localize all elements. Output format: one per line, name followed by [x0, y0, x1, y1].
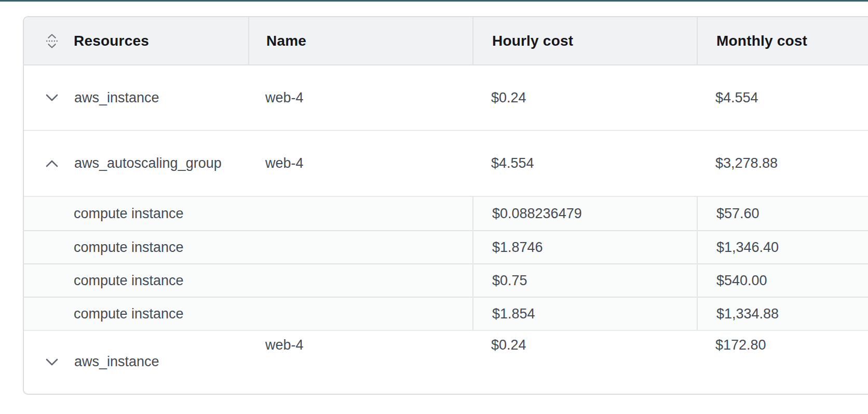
hourly-cost-cell: $4.554	[472, 131, 697, 196]
hourly-cost-value: $0.75	[492, 273, 527, 289]
column-header-hourly-cost[interactable]: Hourly cost	[472, 17, 697, 64]
monthly-cost-value: $540.00	[716, 273, 767, 289]
hourly-cost-value: $1.854	[492, 306, 535, 322]
hourly-cost-value: $0.24	[491, 337, 526, 353]
page: Resources Name Hourly cost Monthly cost …	[0, 0, 868, 414]
monthly-cost-cell: $540.00	[697, 264, 868, 297]
monthly-cost-cell: $4.554	[697, 65, 868, 130]
name-cell: web-4	[248, 331, 472, 393]
resource-type-label: aws_instance	[74, 354, 159, 370]
column-header-name[interactable]: Name	[248, 17, 472, 64]
column-header-monthly-cost[interactable]: Monthly cost	[697, 17, 868, 64]
column-label-monthly-cost: Monthly cost	[716, 33, 807, 49]
monthly-cost-value: $1,346.40	[716, 239, 779, 256]
hourly-cost-cell: $0.24	[472, 331, 697, 393]
monthly-cost-cell: $57.60	[697, 197, 868, 230]
monthly-cost-cell: $1,346.40	[697, 231, 868, 263]
drag-sort-vertical-icon[interactable]	[46, 35, 58, 47]
monthly-cost-cell: $3,278.88	[697, 131, 868, 196]
cost-table-card: Resources Name Hourly cost Monthly cost …	[23, 16, 868, 395]
monthly-cost-value: $4.554	[715, 90, 758, 106]
cost-component-label: compute instance	[74, 273, 184, 289]
cost-component-label-cell: compute instance	[24, 231, 472, 263]
cost-component-row: compute instance $0.088236479 $57.60	[24, 197, 868, 230]
table-row[interactable]: aws_instance web-4 $0.24 $172.80	[24, 330, 868, 393]
cost-component-label-cell: compute instance	[24, 298, 472, 330]
name-cell: web-4	[248, 65, 472, 130]
cost-component-row: compute instance $1.854 $1,334.88	[24, 297, 868, 330]
monthly-cost-cell: $1,334.88	[697, 298, 868, 330]
resource-name: web-4	[265, 155, 304, 171]
resource-cell: aws_instance	[24, 65, 248, 130]
hourly-cost-value: $4.554	[491, 155, 534, 171]
column-header-resources[interactable]: Resources	[24, 17, 248, 64]
table-row[interactable]: aws_instance web-4 $0.24 $4.554	[24, 65, 868, 130]
monthly-cost-value: $1,334.88	[716, 306, 779, 322]
hourly-cost-value: $1.8746	[492, 239, 543, 256]
table-row[interactable]: aws_autoscaling_group web-4 $4.554 $3,27…	[24, 130, 868, 196]
column-label-hourly-cost: Hourly cost	[492, 33, 573, 49]
monthly-cost-cell: $172.80	[697, 331, 868, 393]
hourly-cost-value: $0.24	[491, 90, 526, 106]
cost-component-label: compute instance	[74, 206, 184, 222]
resource-type-label: aws_instance	[74, 90, 159, 106]
hourly-cost-cell: $1.854	[472, 298, 697, 330]
hourly-cost-value: $0.088236479	[492, 206, 582, 222]
cost-component-label: compute instance	[74, 306, 184, 322]
chevron-down-icon[interactable]	[46, 91, 58, 104]
cost-component-row: compute instance $0.75 $540.00	[24, 263, 868, 297]
name-cell: web-4	[248, 131, 472, 196]
cost-component-label-cell: compute instance	[24, 264, 472, 297]
monthly-cost-value: $3,278.88	[715, 155, 778, 171]
chevron-down-icon[interactable]	[46, 356, 58, 368]
table-header-row: Resources Name Hourly cost Monthly cost	[24, 17, 868, 65]
top-accent-rule	[0, 0, 868, 2]
chevron-up-icon[interactable]	[46, 157, 58, 170]
monthly-cost-value: $57.60	[716, 206, 760, 222]
hourly-cost-cell: $0.75	[472, 264, 697, 297]
expanded-subrows-group: compute instance $0.088236479 $57.60 com…	[24, 196, 868, 330]
hourly-cost-cell: $0.088236479	[472, 197, 697, 230]
resource-cell: aws_instance	[24, 331, 248, 393]
column-label-name: Name	[266, 33, 306, 49]
hourly-cost-cell: $0.24	[472, 65, 697, 130]
cost-component-label: compute instance	[74, 239, 184, 256]
column-label-resources: Resources	[74, 33, 149, 49]
resource-name: web-4	[265, 337, 304, 353]
monthly-cost-value: $172.80	[715, 337, 766, 353]
resource-name: web-4	[265, 90, 304, 106]
cost-component-label-cell: compute instance	[24, 197, 472, 230]
resource-type-label: aws_autoscaling_group	[74, 155, 222, 171]
cost-component-row: compute instance $1.8746 $1,346.40	[24, 230, 868, 263]
hourly-cost-cell: $1.8746	[472, 231, 697, 263]
resource-cell: aws_autoscaling_group	[24, 131, 248, 196]
